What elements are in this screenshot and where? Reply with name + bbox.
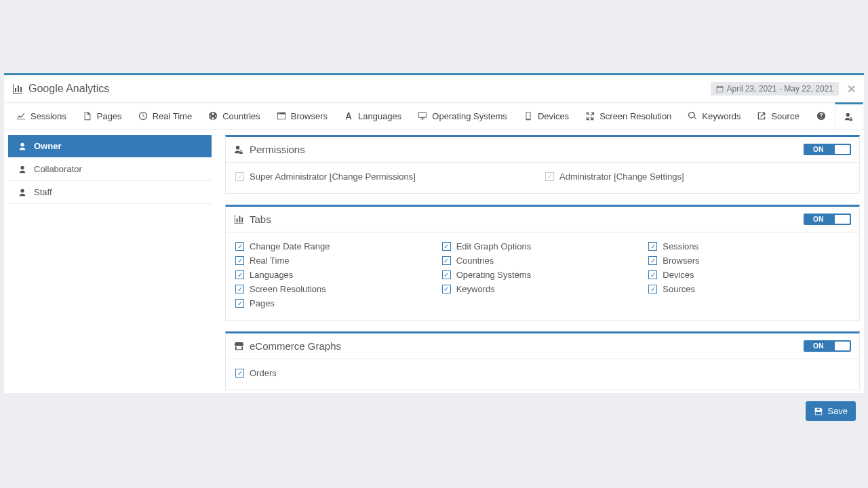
tab-countries[interactable]: Countries [200,103,269,129]
tab-label: Screen Resolution [599,111,671,121]
tab-sessions[interactable]: Sessions [8,103,75,129]
tab-os[interactable]: Operating Systems [410,103,515,129]
sidebar-item-collaborator[interactable]: Collaborator [8,158,212,181]
section-title: eCommerce Graphs [234,340,341,352]
checkbox-operating-systems[interactable]: ✓Operating Systems [442,268,644,282]
checkbox-label: Real Time [250,256,290,266]
section-header: Permissions ON [226,137,859,163]
checkbox-label: Operating Systems [456,270,532,280]
tab-label: Browsers [291,111,328,121]
section-title-text: Tabs [250,214,271,225]
bar-chart-icon [234,214,244,224]
toggle-label: ON [804,340,833,352]
checkbox-browsers[interactable]: ✓Browsers [648,253,850,268]
panel-title-text: Google Analytics [28,83,109,95]
checkbox-pages[interactable]: ✓Pages [235,296,437,310]
user-lock-icon [234,144,244,155]
checkbox-icon: ✓ [235,172,244,181]
checkbox-label: Administrator [Change Settings] [559,171,684,182]
section-title: Tabs [234,214,271,225]
tab-label: Sessions [31,111,66,121]
tab-pages[interactable]: Pages [75,103,130,129]
save-icon [814,407,823,416]
checkbox-countries[interactable]: ✓Countries [442,253,644,268]
section-title-text: eCommerce Graphs [250,340,341,352]
date-range-button[interactable]: April 23, 2021 - May 22, 2021 [711,82,839,96]
roles-sidebar: Owner Collaborator Staff [8,135,212,421]
checkbox-real-time[interactable]: ✓Real Time [235,253,437,268]
settings-button[interactable] [863,103,868,129]
font-icon [344,111,353,121]
checkbox-sessions[interactable]: ✓Sessions [648,239,850,253]
tab-keywords[interactable]: Keywords [679,103,749,129]
panel-header: Google Analytics April 23, 2021 - May 22… [4,75,864,102]
toggle-knob [835,215,850,224]
section-title: Permissions [234,144,305,155]
sidebar-item-staff[interactable]: Staff [8,181,212,204]
checkbox-change-date-range[interactable]: ✓Change Date Range [235,239,437,253]
chart-line-icon [16,111,26,121]
sidebar-item-label: Owner [34,141,61,151]
sidebar-item-label: Collaborator [34,164,82,174]
tab-resolution[interactable]: Screen Resolution [577,103,679,129]
toggle-knob [835,342,850,350]
checkbox-icon: ✓ [442,242,451,251]
checkbox-label: Screen Resolutions [250,284,326,294]
tab-realtime[interactable]: Real Time [130,103,201,129]
section-header: Tabs ON [226,207,859,232]
expand-icon [585,111,595,121]
tab-source[interactable]: Source [749,103,807,129]
checkbox-screen-resolutions[interactable]: ✓Screen Resolutions [235,282,437,296]
main-content: Permissions ON ✓ Super Administrator [Ch… [225,135,860,421]
calendar-icon [716,85,724,93]
ecommerce-toggle[interactable]: ON [804,340,851,352]
checkbox-label: Keywords [456,284,495,294]
checkbox-label: Countries [456,256,494,266]
checkbox-label: Sources [663,284,695,294]
date-range-text: April 23, 2021 - May 22, 2021 [727,84,833,94]
file-icon [83,111,92,121]
permissions-toggle[interactable]: ON [804,144,851,155]
panel-title: Google Analytics [12,83,109,95]
tab-label: Keywords [702,111,741,121]
checkbox-label: Languages [250,270,293,280]
tabs-toggle[interactable]: ON [804,214,851,225]
checkbox-label: Orders [250,368,277,378]
user-icon [18,188,27,197]
checkbox-label: Pages [250,298,275,308]
checkbox-devices[interactable]: ✓Devices [648,268,850,282]
save-button[interactable]: Save [806,401,856,421]
ecommerce-section: eCommerce Graphs ON ✓ Orders [225,331,860,390]
tab-browsers[interactable]: Browsers [269,103,336,129]
help-button[interactable] [808,103,835,129]
checkbox-sources[interactable]: ✓Sources [648,282,850,296]
globe-icon [208,111,218,121]
tab-label: Operating Systems [432,111,507,121]
checkbox-label: Browsers [663,256,699,266]
checkbox-label: Change Date Range [250,241,330,251]
checkbox-icon: ✓ [545,172,554,181]
analytics-panel: Google Analytics April 23, 2021 - May 22… [4,73,864,393]
close-icon[interactable]: ✕ [847,83,856,96]
sidebar-item-owner[interactable]: Owner [8,135,212,158]
tab-label: Devices [538,111,569,121]
checkbox-keywords[interactable]: ✓Keywords [442,282,644,296]
checkbox-label: Edit Graph Options [456,241,532,251]
checkbox-icon: ✓ [648,285,657,293]
roles-button[interactable] [835,102,863,129]
checkbox-icon: ✓ [235,242,244,251]
tablet-icon [524,111,533,121]
checkbox-languages[interactable]: ✓Languages [235,268,437,282]
desktop-icon [418,111,427,121]
tab-languages[interactable]: Languages [336,103,410,129]
checkbox-edit-graph-options[interactable]: ✓Edit Graph Options [442,239,644,253]
checkbox-super-admin: ✓ Super Administrator [Change Permission… [235,169,540,184]
checkbox-orders[interactable]: ✓ Orders [235,366,850,380]
window-icon [277,111,286,121]
sidebar-item-label: Staff [34,187,52,197]
checkbox-icon: ✓ [648,270,657,279]
user-icon [18,165,27,174]
search-icon [688,111,697,121]
checkbox-icon: ✓ [442,285,451,293]
tab-devices[interactable]: Devices [515,103,577,129]
